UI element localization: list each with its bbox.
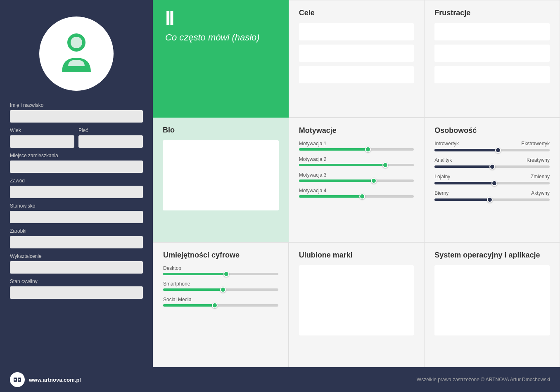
gender-input[interactable] xyxy=(78,135,143,148)
social-media-fill xyxy=(163,304,215,307)
civil-status-input[interactable] xyxy=(10,286,143,299)
profession-input[interactable] xyxy=(10,186,143,198)
social-media-group: Social Media xyxy=(163,297,278,307)
smartphone-thumb xyxy=(220,287,226,293)
location-label: Miejsce zamieszkania xyxy=(10,153,143,158)
osobowosc-1-right: Ekstrawertyk xyxy=(521,141,550,146)
desktop-label: Desktop xyxy=(163,265,278,271)
motywacja-4-track[interactable] xyxy=(299,195,414,198)
umiejetnosci-section: Umiejętności cyfrowe Desktop Smartphone … xyxy=(153,242,289,367)
cele-input-2[interactable] xyxy=(299,45,414,62)
motywacje-title: Motywacje xyxy=(299,126,414,135)
motywacje-section: Motywacje Motywacja 1 Motywacja 2 Motywa… xyxy=(289,118,425,242)
social-media-thumb xyxy=(212,302,218,308)
profession-label: Zawód xyxy=(10,178,143,184)
osobowosc-1-labels: Introwertyk Ekstrawertyk xyxy=(434,141,550,146)
osobowosc-2-thumb xyxy=(489,164,495,170)
frustracje-input-1[interactable] xyxy=(434,23,550,40)
motywacja-3-track[interactable] xyxy=(299,179,414,182)
osobowosc-2-right: Kreatywny xyxy=(527,157,550,163)
osobowosc-4-right: Aktywny xyxy=(531,190,550,196)
salary-field-group: Zarobki xyxy=(10,228,143,248)
name-input[interactable] xyxy=(10,110,143,123)
profession-field-group: Zawód xyxy=(10,178,143,198)
ulubione-marki-textarea[interactable] xyxy=(299,265,414,335)
motywacja-2-group: Motywacja 2 xyxy=(299,156,414,166)
frustracje-input-2[interactable] xyxy=(434,45,550,62)
cele-input-1[interactable] xyxy=(299,23,414,40)
osobowosc-1-track[interactable] xyxy=(434,149,550,151)
footer-logo xyxy=(10,372,25,387)
name-field-group: Imię i nazwisko xyxy=(10,102,143,123)
ulubione-marki-title: Ulubione marki xyxy=(299,251,414,260)
bio-textarea[interactable] xyxy=(163,140,279,210)
cele-section: Cele xyxy=(289,0,425,118)
svg-rect-4 xyxy=(14,379,16,380)
osobowosc-3-labels: Lojalny Zmienny xyxy=(434,174,550,179)
osobowosc-2-fill xyxy=(434,165,492,168)
motywacja-1-track[interactable] xyxy=(299,148,414,151)
cele-input-3[interactable] xyxy=(299,66,414,83)
osobowosc-2-track[interactable] xyxy=(434,165,550,168)
osobowosc-3-thumb xyxy=(491,180,497,186)
motywacja-2-track[interactable] xyxy=(299,164,414,166)
content-area: II Co często mówi (hasło) Cele Frustracj… xyxy=(153,0,560,367)
social-media-track[interactable] xyxy=(163,304,278,307)
footer: www.artnova.com.pl Wszelkie prawa zastrz… xyxy=(0,367,560,392)
system-section: System operacyjny i aplikacje xyxy=(424,242,560,367)
desktop-track[interactable] xyxy=(163,273,278,275)
motywacja-2-fill xyxy=(299,164,385,166)
salary-label: Zarobki xyxy=(10,228,143,234)
civil-status-field-group: Stan cywilny xyxy=(10,279,143,299)
cele-title: Cele xyxy=(299,9,414,17)
osobowosc-1-fill xyxy=(434,149,498,151)
position-field-group: Stanowisko xyxy=(10,203,143,223)
quote-section: II Co często mówi (hasło) xyxy=(153,0,289,118)
osobowosc-3-fill xyxy=(434,182,494,184)
motywacja-1-label: Motywacja 1 xyxy=(299,141,414,146)
osobowosc-3-right: Zmienny xyxy=(531,174,550,179)
smartphone-track[interactable] xyxy=(163,288,278,291)
osobowosc-4-fill xyxy=(434,198,490,201)
motywacja-4-label: Motywacja 4 xyxy=(299,188,414,194)
name-label: Imię i nazwisko xyxy=(10,102,143,108)
osobowosc-3-track[interactable] xyxy=(434,182,550,184)
osobowosc-2-left: Analityk xyxy=(434,157,452,163)
quote-text: Co często mówi (hasło) xyxy=(165,32,276,43)
desktop-group: Desktop xyxy=(163,265,278,275)
motywacja-1-fill xyxy=(299,148,368,151)
age-input[interactable] xyxy=(10,135,74,148)
logo-icon xyxy=(13,375,22,384)
position-input[interactable] xyxy=(10,211,143,223)
location-field-group: Miejsce zamieszkania xyxy=(10,153,143,173)
osobowosc-title: Osobowość xyxy=(434,126,550,135)
motywacja-2-thumb xyxy=(382,162,388,168)
motywacja-3-thumb xyxy=(371,178,377,184)
system-textarea[interactable] xyxy=(434,265,550,335)
osobowosc-4-row: Bierny Aktywny xyxy=(434,190,550,201)
bio-section: Bio xyxy=(153,118,289,242)
footer-url: www.artnova.com.pl xyxy=(29,377,81,383)
salary-input[interactable] xyxy=(10,236,143,248)
quote-marks: II xyxy=(165,8,276,28)
civil-status-label: Stan cywilny xyxy=(10,279,143,284)
position-label: Stanowisko xyxy=(10,203,143,209)
motywacja-3-fill xyxy=(299,179,374,182)
motywacja-2-label: Motywacja 2 xyxy=(299,156,414,162)
osobowosc-4-left: Bierny xyxy=(434,190,448,196)
svg-point-1 xyxy=(71,37,82,48)
gender-field-group: Płeć xyxy=(78,128,143,148)
education-input[interactable] xyxy=(10,261,143,274)
osobowosc-4-track[interactable] xyxy=(434,198,550,201)
bio-title: Bio xyxy=(163,126,279,135)
gender-label: Płeć xyxy=(78,128,143,133)
frustracje-section: Frustracje xyxy=(424,0,560,118)
age-field-group: Wiek xyxy=(10,128,74,148)
motywacja-1-thumb xyxy=(365,146,371,152)
frustracje-input-3[interactable] xyxy=(434,66,550,83)
location-input[interactable] xyxy=(10,161,143,173)
desktop-thumb xyxy=(223,271,229,277)
svg-rect-5 xyxy=(19,379,20,380)
motywacja-3-group: Motywacja 3 xyxy=(299,172,414,182)
education-label: Wykształcenie xyxy=(10,253,143,259)
